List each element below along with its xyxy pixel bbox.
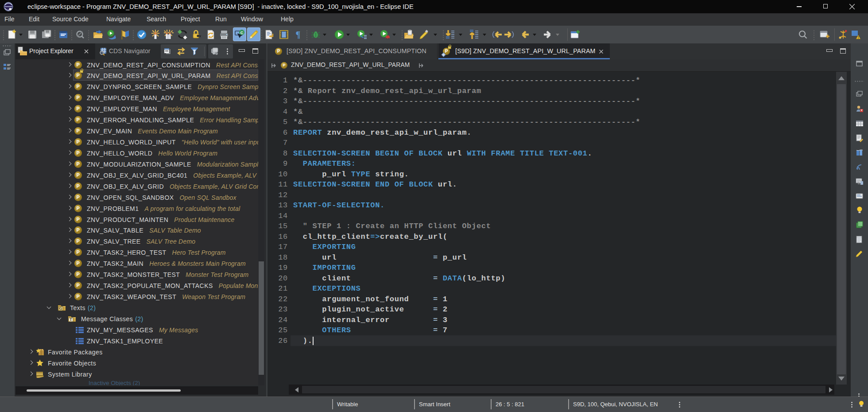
- svg-text:T: T: [70, 317, 72, 322]
- svg-text:!: !: [858, 35, 859, 39]
- svg-text:C: C: [240, 31, 244, 35]
- svg-text:G: G: [59, 306, 62, 311]
- svg-text:¶: ¶: [296, 30, 301, 39]
